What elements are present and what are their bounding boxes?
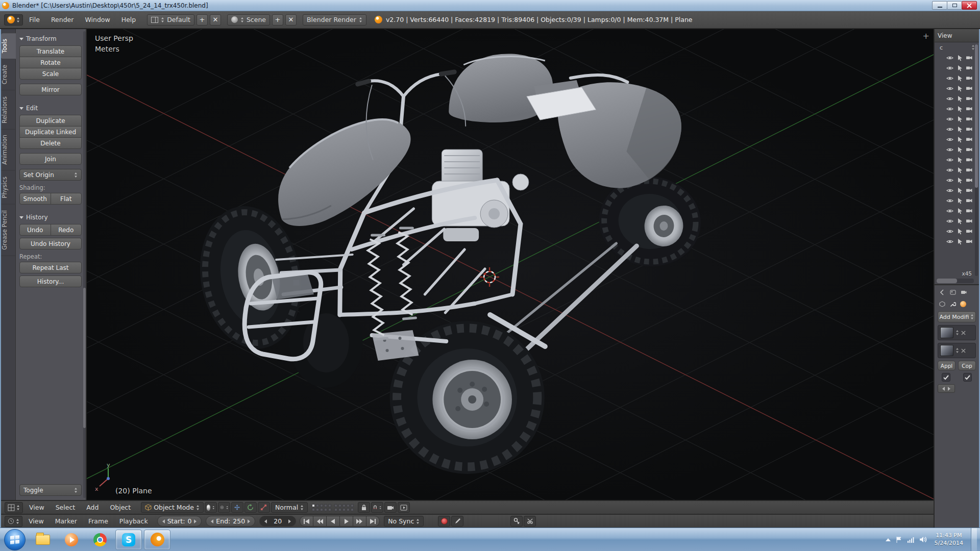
camera-render-icon[interactable] [966,136,973,143]
redo-button[interactable]: Redo [51,224,82,236]
undo-button[interactable]: Undo [19,224,51,236]
decrement-icon[interactable] [211,519,213,523]
taskbar-media-player-button[interactable] [58,530,85,550]
manipulator-translate-toggle[interactable] [231,502,243,513]
tab-create[interactable]: Create [1,59,16,90]
auto-keyframe-toggle[interactable] [438,516,450,527]
camera-render-icon[interactable] [966,105,973,112]
delete-keyframe-button[interactable] [524,516,536,527]
outliner-vertical-scrollbar[interactable] [975,44,978,276]
cursor-select-icon[interactable] [956,217,963,224]
camera-render-icon[interactable] [966,115,973,122]
footpeg-plate[interactable] [372,330,419,361]
outliner-row[interactable] [935,226,973,236]
outliner-clipped-item[interactable]: c [935,42,979,53]
eye-icon[interactable] [946,74,953,82]
camera-render-icon[interactable] [966,64,973,71]
start-button[interactable] [4,529,26,550]
cursor-select-icon[interactable] [956,105,963,112]
add-layout-button[interactable]: + [197,14,208,26]
camera-render-icon[interactable] [966,217,973,224]
eye-icon[interactable] [946,136,953,143]
eye-icon[interactable] [946,228,953,235]
rotate-button[interactable]: Rotate [19,57,82,68]
modifier-slot[interactable] [938,343,976,358]
viewport-3d[interactable]: User Persp Meters (20) Plane + y x [87,29,934,500]
transform-orientation-selector[interactable]: Normal [271,502,308,513]
panel-header-history[interactable]: History [19,214,82,221]
camera-render-icon[interactable] [966,177,973,184]
menu-help[interactable]: Help [116,16,141,23]
outliner-row[interactable] [935,93,973,104]
outliner-row[interactable] [935,144,973,155]
eye-icon[interactable] [946,207,953,214]
camera-render-icon[interactable] [966,228,973,235]
view3d-menu-select[interactable]: Select [51,504,81,511]
insert-keyframe-button[interactable] [510,516,523,527]
close-icon[interactable] [961,331,966,335]
cursor-select-icon[interactable] [956,64,963,71]
render-tab-icon[interactable] [960,289,967,296]
cursor-select-icon[interactable] [956,74,963,82]
add-modifier-button[interactable]: Add Modifi [938,311,976,322]
timeline-menu-marker[interactable]: Marker [50,517,82,525]
shade-flat-button[interactable]: Flat [51,193,82,205]
increment-icon[interactable] [288,519,291,523]
outliner-row[interactable] [935,53,973,63]
cursor-select-icon[interactable] [956,85,963,92]
outliner-row[interactable] [935,175,973,185]
play-button[interactable] [339,516,353,527]
outliner-row[interactable] [935,63,973,73]
wheel-front-right-hidden[interactable] [289,298,363,388]
timeline-menu-frame[interactable]: Frame [83,517,113,525]
shade-smooth-button[interactable]: Smooth [19,193,51,205]
timeline-menu-playback[interactable]: Playback [114,517,153,525]
increment-icon[interactable] [194,519,197,523]
tab-tools[interactable]: Tools [1,33,16,59]
repeat-last-button[interactable]: Repeat Last [19,262,82,273]
end-frame-field[interactable]: End:250 [206,516,255,527]
jump-to-end-button[interactable] [366,516,380,527]
screen-layout-selector[interactable]: Default [147,14,194,26]
set-origin-menu[interactable]: Set Origin [19,169,82,181]
panel-header-transform[interactable]: Transform [19,35,82,42]
object-tab-icon[interactable] [939,300,946,308]
manipulator-scale-toggle[interactable] [258,502,270,513]
taskbar-blender-button[interactable] [144,530,170,550]
camera-render-icon[interactable] [966,95,973,102]
opengl-render-button[interactable] [384,502,397,513]
cursor-select-icon[interactable] [956,177,963,184]
current-frame-field[interactable]: 20 [259,516,296,527]
outliner-row[interactable] [935,114,973,124]
eye-icon[interactable] [946,115,953,122]
outliner-row[interactable] [935,236,973,246]
outliner-row[interactable] [935,206,973,216]
layers-grid-icon[interactable] [334,504,354,511]
menu-file[interactable]: File [24,16,45,23]
mirror-button[interactable]: Mirror [19,84,82,95]
cursor-select-icon[interactable] [956,146,963,153]
view3d-menu-object[interactable]: Object [105,504,136,511]
viewport-canvas[interactable] [87,29,934,500]
mode-selector[interactable]: Object Mode [141,502,204,513]
add-scene-button[interactable]: + [272,14,283,26]
copy-button[interactable]: Cop [958,361,976,370]
view3d-menu-view[interactable]: View [24,504,50,511]
eye-icon[interactable] [946,95,953,102]
taskbar-explorer-button[interactable] [30,530,56,550]
wrench-tab-icon[interactable] [949,300,957,308]
delete-scene-button[interactable]: ✕ [285,14,297,26]
scale-button[interactable]: Scale [19,68,82,80]
eye-icon[interactable] [946,54,953,61]
checkbox-checked[interactable] [963,373,972,382]
action-center-flag-icon[interactable] [895,536,902,543]
taskbar-skype-button[interactable] [115,530,142,550]
outliner-row[interactable] [935,165,973,175]
cursor-select-icon[interactable] [956,136,963,143]
menu-window[interactable]: Window [80,16,115,23]
expand-collapse-button[interactable] [938,384,955,393]
material-tab-icon[interactable] [960,301,966,307]
camera-render-icon[interactable] [966,156,973,163]
scene-tab-icon[interactable] [949,289,957,296]
delete-button[interactable]: Delete [19,137,82,149]
